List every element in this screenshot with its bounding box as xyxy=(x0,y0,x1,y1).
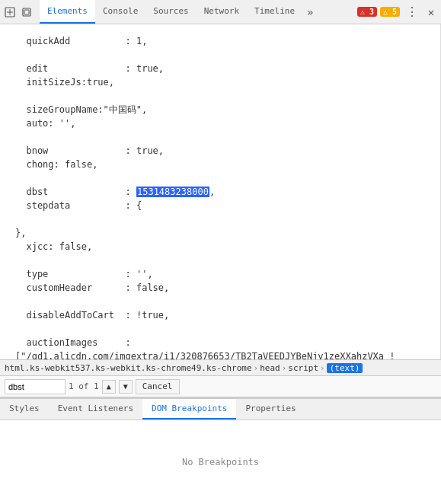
code-line: initSizeJs:true, xyxy=(0,75,440,89)
main-tabs: Elements Console Sources Network Timelin… xyxy=(40,0,318,24)
more-tabs-button[interactable]: » xyxy=(302,0,318,24)
search-next-button[interactable]: ▼ xyxy=(119,380,133,394)
tab-elements[interactable]: Elements xyxy=(40,0,95,24)
code-line: stepdata : { xyxy=(0,199,440,212)
toolbar-icons xyxy=(3,5,34,19)
bottom-content-empty: No Breakpoints xyxy=(0,420,441,504)
code-line: sizeGroupName:"中国码", xyxy=(0,103,440,116)
tab-sources[interactable]: Sources xyxy=(145,0,196,24)
search-cancel-button[interactable]: Cancel xyxy=(136,379,180,394)
svg-rect-4 xyxy=(24,10,29,14)
code-line: ["/gd1.alicdn.com/imgextra/i1/320876653/… xyxy=(0,349,440,359)
code-line: edit : true, xyxy=(0,62,440,75)
code-line xyxy=(0,171,440,185)
code-line: customHeader : false, xyxy=(0,281,440,295)
code-line: auto: '', xyxy=(0,116,440,130)
breadcrumb-head[interactable]: head xyxy=(260,363,280,373)
code-line xyxy=(0,254,440,267)
search-prev-button[interactable]: ▲ xyxy=(102,380,116,394)
search-highlight: 1531483238000 xyxy=(136,187,209,197)
breadcrumb-active[interactable]: (text) xyxy=(327,363,363,373)
code-line xyxy=(0,24,440,34)
bottom-tabs: Styles Event Listeners DOM Breakpoints P… xyxy=(0,399,441,420)
code-line: dbst : 1531483238000, xyxy=(0,185,440,199)
tab-network[interactable]: Network xyxy=(197,0,247,24)
code-panel[interactable]: sellerNickGBK : 'xiaowangzilove', skuCom… xyxy=(0,24,441,359)
code-line: chong: false, xyxy=(0,158,440,171)
code-line: auctionImages : xyxy=(0,336,440,349)
breadcrumb-script[interactable]: script xyxy=(288,363,318,373)
main-content: sellerNickGBK : 'xiaowangzilove', skuCom… xyxy=(0,24,441,359)
error-badge: ⚠ 3 xyxy=(357,7,377,17)
tab-console[interactable]: Console xyxy=(95,0,145,24)
code-line xyxy=(0,295,440,308)
code-line xyxy=(0,130,440,144)
search-bar: 1 of 1 ▲ ▼ Cancel xyxy=(0,376,441,397)
code-line: bnow : true, xyxy=(0,144,440,158)
settings-menu-button[interactable]: ⋮ xyxy=(403,5,421,19)
tab-styles[interactable]: Styles xyxy=(0,399,49,419)
warning-badge: △ 5 xyxy=(380,7,400,17)
box-icon[interactable] xyxy=(20,5,34,19)
close-devtools-button[interactable]: ✕ xyxy=(424,5,438,19)
search-input[interactable] xyxy=(5,379,66,394)
code-line xyxy=(0,212,440,226)
devtools-toolbar: Elements Console Sources Network Timelin… xyxy=(0,0,441,24)
tab-dom-breakpoints[interactable]: DOM Breakpoints xyxy=(142,399,236,419)
code-line xyxy=(0,48,440,62)
code-line: quickAdd : 1, xyxy=(0,34,440,48)
tab-timeline[interactable]: Timeline xyxy=(247,0,302,24)
breadcrumb-html[interactable]: html.ks-webkit537.ks-webkit.ks-chrome49.… xyxy=(5,363,252,373)
code-line: disableAddToCart : !true, xyxy=(0,308,440,322)
search-count: 1 of 1 xyxy=(69,381,99,391)
tab-event-listeners[interactable]: Event Listeners xyxy=(49,399,142,419)
code-line: }, xyxy=(0,226,440,240)
toolbar-right: ⚠ 3 △ 5 ⋮ ✕ xyxy=(357,5,438,19)
code-line: type : '', xyxy=(0,267,440,281)
tab-properties[interactable]: Properties xyxy=(236,399,305,419)
bottom-panel: Styles Event Listeners DOM Breakpoints P… xyxy=(0,397,441,504)
code-line xyxy=(0,89,440,103)
breadcrumb: html.ks-webkit537.ks-webkit.ks-chrome49.… xyxy=(0,359,441,376)
code-line xyxy=(0,322,440,336)
code-line: xjcc: false, xyxy=(0,240,440,254)
cursor-icon[interactable] xyxy=(3,5,17,19)
